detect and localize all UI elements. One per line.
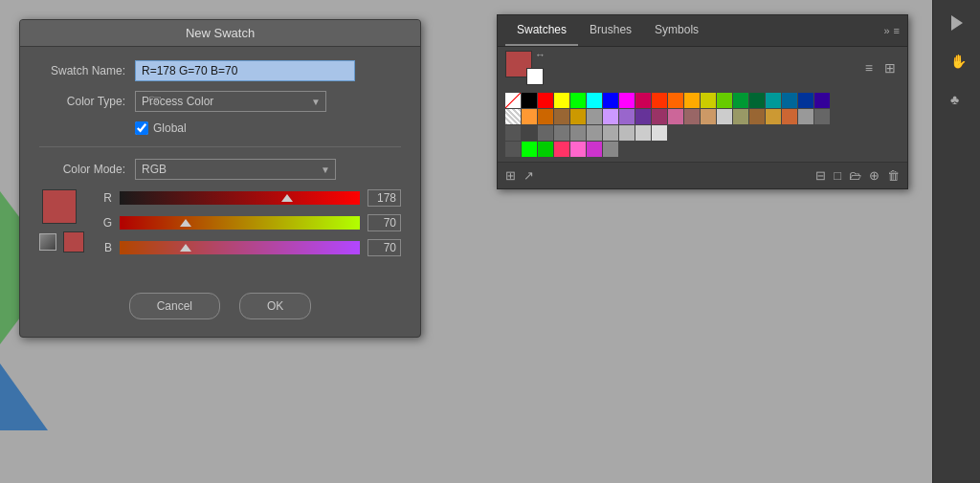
swatch-cell[interactable]	[522, 125, 537, 141]
new-color-group-icon[interactable]: ⊟	[815, 168, 826, 183]
swatch-cell[interactable]	[782, 93, 797, 108]
swatch-cell[interactable]	[766, 93, 781, 108]
swatch-row-2	[505, 109, 900, 124]
delete-icon[interactable]: 🗑	[887, 168, 900, 183]
add-color-icon[interactable]: ⊕	[869, 168, 880, 183]
swatch-cell[interactable]	[522, 93, 537, 108]
swatch-cell[interactable]	[717, 93, 732, 108]
swatch-cell[interactable]	[570, 125, 586, 141]
toolbar-icon-1[interactable]	[942, 8, 972, 38]
swatch-cell[interactable]	[570, 109, 586, 124]
swatch-cell[interactable]	[522, 142, 537, 157]
b-slider-thumb[interactable]	[180, 244, 191, 252]
b-value-input[interactable]	[368, 239, 401, 256]
swatch-cell[interactable]	[554, 142, 569, 157]
swatch-cell[interactable]	[814, 109, 830, 124]
none-swatch[interactable]	[505, 93, 521, 108]
swatch-name-input[interactable]	[135, 60, 355, 81]
swatch-cell[interactable]	[652, 109, 667, 124]
swatch-cell[interactable]	[587, 142, 602, 157]
add-folder-icon[interactable]: 🗁	[849, 168, 861, 183]
swatch-cell[interactable]	[798, 93, 813, 108]
swatch-cell[interactable]	[635, 109, 651, 124]
swatch-cell[interactable]	[538, 142, 553, 157]
swatch-cell[interactable]	[749, 109, 765, 124]
swatch-cell[interactable]	[522, 109, 537, 124]
panel-bottom-left: ⊞ ↗	[505, 168, 534, 183]
link-icon[interactable]: ↗	[523, 168, 534, 183]
swatch-cell[interactable]	[554, 93, 569, 108]
swatch-cell[interactable]	[798, 109, 813, 124]
swatch-cell[interactable]	[554, 109, 569, 124]
swatch-cell[interactable]	[717, 109, 732, 124]
swatch-cell[interactable]	[603, 142, 618, 157]
color-type-select[interactable]: Process Color Spot Color	[135, 91, 326, 112]
swatch-cell[interactable]	[701, 93, 716, 108]
r-value-input[interactable]	[368, 189, 401, 207]
list-view-button[interactable]: ≡	[861, 58, 877, 77]
active-background-swatch[interactable]	[526, 68, 544, 85]
swatch-cell[interactable]	[603, 93, 618, 108]
color-mode-select-wrapper[interactable]: RGB CMYK HSB Lab Grayscale	[135, 159, 336, 180]
global-checkbox[interactable]	[135, 121, 148, 135]
b-slider-track[interactable]	[120, 241, 360, 254]
grid-view-button[interactable]: ⊞	[880, 58, 900, 77]
swatch-cell[interactable]	[733, 93, 748, 108]
libraries-icon[interactable]: ⊞	[505, 168, 516, 183]
tab-brushes[interactable]: Brushes	[578, 15, 643, 46]
b-channel-label: B	[98, 241, 112, 254]
global-checkbox-label[interactable]: Global	[135, 121, 187, 135]
g-slider-track[interactable]	[120, 216, 360, 230]
swatch-cell[interactable]	[538, 125, 553, 141]
tab-symbols[interactable]: Symbols	[643, 15, 710, 46]
swatch-cell[interactable]	[668, 109, 683, 124]
toolbar-icon-2[interactable]: ✋	[942, 46, 972, 77]
swatch-cell[interactable]	[538, 93, 553, 108]
swatch-cell[interactable]	[668, 93, 683, 108]
swatch-cell[interactable]	[733, 109, 748, 124]
swatch-cell[interactable]	[587, 93, 602, 108]
swatch-cell[interactable]	[505, 109, 521, 124]
color-swatch-column	[39, 189, 88, 252]
swatch-cell[interactable]	[505, 125, 521, 141]
swatch-cell[interactable]	[782, 109, 797, 124]
swatch-cell[interactable]	[538, 109, 553, 124]
swatch-cell[interactable]	[652, 93, 667, 108]
color-mode-select[interactable]: RGB CMYK HSB Lab Grayscale	[135, 159, 336, 180]
cancel-button[interactable]: Cancel	[129, 293, 220, 319]
swatch-cell[interactable]	[603, 125, 618, 141]
new-swatch-icon[interactable]: □	[834, 168, 841, 183]
swatch-cell[interactable]	[587, 109, 602, 124]
swatch-cell[interactable]	[603, 109, 618, 124]
swatch-cell[interactable]	[749, 93, 765, 108]
swatch-cell[interactable]	[619, 125, 635, 141]
toolbar-icon-3[interactable]: ♣	[942, 84, 972, 115]
swap-colors-icon[interactable]: ↔	[535, 49, 546, 60]
color-type-select-wrapper[interactable]: Process Color Spot Color	[135, 91, 326, 112]
r-slider-track[interactable]	[120, 191, 360, 205]
swatch-cell[interactable]	[701, 109, 716, 124]
arrow-tool-icon	[947, 13, 967, 33]
r-slider-thumb[interactable]	[281, 194, 293, 202]
swatch-cell[interactable]	[766, 109, 781, 124]
swatch-row-3	[505, 125, 900, 141]
swatch-cell[interactable]	[814, 93, 830, 108]
swatch-cell[interactable]	[619, 109, 635, 124]
swatch-cell[interactable]	[652, 125, 667, 141]
swatch-cell[interactable]	[554, 125, 569, 141]
g-value-input[interactable]	[368, 214, 401, 231]
swatch-cell[interactable]	[635, 93, 651, 108]
swatch-cell[interactable]	[587, 125, 602, 141]
swatch-cell[interactable]	[684, 93, 700, 108]
ok-button[interactable]: OK	[239, 293, 311, 319]
panel-more-button[interactable]: » ≡	[883, 25, 900, 36]
swatch-cell[interactable]	[619, 93, 635, 108]
swatch-cell[interactable]	[570, 93, 586, 108]
g-slider-thumb[interactable]	[180, 219, 191, 227]
swatch-cell[interactable]	[635, 125, 651, 141]
color-sliders-area: R G B	[39, 189, 401, 264]
swatch-cell[interactable]	[684, 109, 700, 124]
tab-swatches[interactable]: Swatches	[505, 15, 578, 46]
swatch-cell[interactable]	[570, 142, 586, 157]
swatch-cell[interactable]	[505, 142, 521, 157]
